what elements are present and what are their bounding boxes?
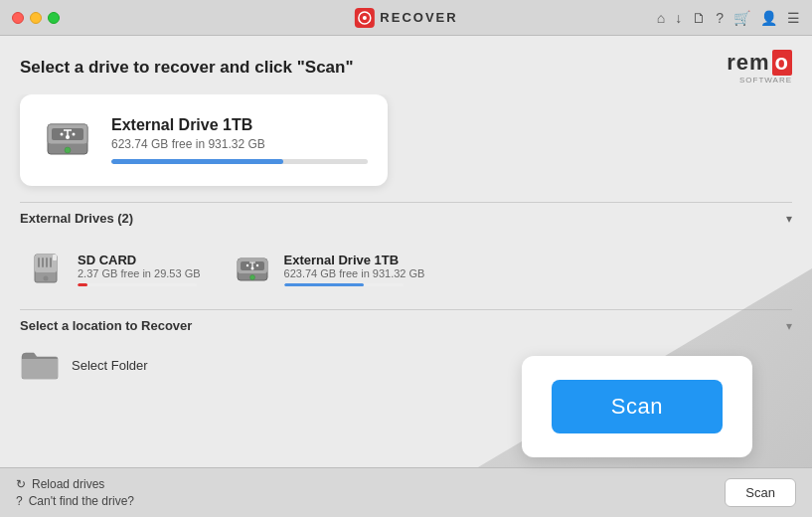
svg-point-1	[362, 16, 366, 20]
main-content: Select a drive to recover and click "Sca…	[0, 36, 812, 517]
download-icon[interactable]: ↓	[675, 10, 682, 26]
title-bar-controls: ⌂ ↓ 🗋 ? 🛒 👤 ☰	[657, 10, 800, 26]
page-title: Select a drive to recover and click "Sca…	[20, 58, 354, 78]
ext-drive-icon	[233, 250, 272, 289]
menu-icon[interactable]: ☰	[787, 10, 800, 26]
svg-rect-15	[53, 255, 57, 260]
scan-button-small[interactable]: Scan	[725, 478, 796, 507]
svg-point-22	[255, 264, 257, 266]
selected-drive-size: 623.74 GB free in 931.32 GB	[111, 137, 368, 151]
remo-logo-text: rem	[727, 50, 769, 76]
location-chevron: ▾	[786, 319, 792, 333]
user-icon[interactable]: 👤	[760, 10, 777, 26]
ext-drive-size: 623.74 GB free in 931.32 GB	[284, 267, 425, 279]
external-drives-title: External Drives (2)	[20, 211, 133, 226]
remo-logo-o: o	[772, 50, 792, 76]
svg-point-23	[249, 275, 254, 280]
folder-icon	[20, 349, 60, 381]
sd-card-name: SD CARD	[78, 253, 201, 267]
ext-drive-bar-fill	[284, 283, 364, 286]
minimize-button[interactable]	[30, 12, 42, 24]
footer: ↻ Reload drives ? Can't find the drive? …	[0, 467, 812, 517]
svg-point-6	[61, 133, 64, 136]
selected-drive-card[interactable]: External Drive 1TB 623.74 GB free in 931…	[20, 94, 388, 186]
app-logo-icon	[354, 8, 374, 28]
folder-name: Select Folder	[72, 358, 148, 373]
reload-drives-link[interactable]: ↻ Reload drives	[16, 477, 134, 491]
ext-drive-bar	[284, 283, 404, 286]
page-header: Select a drive to recover and click "Sca…	[0, 36, 812, 94]
svg-rect-12	[42, 258, 44, 267]
app-title: RECOVER	[380, 10, 457, 25]
cant-find-label: Can't find the drive?	[29, 494, 134, 508]
external-drives-section: External Drives (2) ▾	[20, 202, 792, 309]
selected-drive-progress-fill	[111, 159, 283, 164]
svg-point-7	[73, 133, 76, 136]
selected-drive-info: External Drive 1TB 623.74 GB free in 931…	[111, 116, 368, 164]
ext-drive-info: External Drive 1TB 623.74 GB free in 931…	[284, 253, 425, 286]
title-bar: RECOVER ⌂ ↓ 🗋 ? 🛒 👤 ☰	[0, 0, 812, 36]
home-icon[interactable]: ⌂	[657, 10, 665, 26]
traffic-lights	[12, 12, 60, 24]
drive-grid: SD CARD 2.37 GB free in 29.53 GB	[20, 234, 792, 309]
external-drives-header[interactable]: External Drives (2) ▾	[20, 202, 792, 234]
remo-software-label: SOFTWARE	[739, 76, 792, 85]
location-title: Select a location to Recover	[20, 318, 192, 333]
svg-rect-11	[38, 258, 40, 267]
selected-drive-icon	[40, 110, 95, 170]
sd-card-item[interactable]: SD CARD 2.37 GB free in 29.53 GB	[20, 244, 207, 295]
svg-point-5	[66, 135, 70, 139]
svg-rect-14	[50, 258, 52, 267]
help-icon[interactable]: ?	[716, 10, 724, 26]
close-button[interactable]	[12, 12, 24, 24]
title-bar-center: RECOVER	[354, 8, 457, 28]
sd-card-size: 2.37 GB free in 29.53 GB	[78, 267, 201, 279]
svg-point-16	[44, 276, 49, 281]
location-header[interactable]: Select a location to Recover ▾	[20, 309, 792, 341]
svg-point-21	[245, 264, 247, 266]
scan-button-large[interactable]: Scan	[552, 380, 723, 433]
scan-card: Scan	[522, 356, 752, 457]
svg-point-8	[65, 147, 71, 153]
selected-drive-progress	[111, 159, 368, 164]
file-icon[interactable]: 🗋	[692, 10, 706, 26]
cart-icon[interactable]: 🛒	[733, 10, 750, 26]
svg-rect-13	[46, 258, 48, 267]
sd-card-info: SD CARD 2.37 GB free in 29.53 GB	[78, 253, 201, 286]
remo-logo: rem o SOFTWARE	[727, 50, 792, 85]
reload-icon: ↻	[16, 477, 26, 491]
ext-drive-item[interactable]: External Drive 1TB 623.74 GB free in 931…	[227, 244, 431, 295]
question-icon: ?	[16, 494, 23, 508]
maximize-button[interactable]	[48, 12, 60, 24]
cant-find-link[interactable]: ? Can't find the drive?	[16, 494, 134, 508]
reload-drives-label: Reload drives	[32, 477, 104, 491]
external-drives-chevron: ▾	[786, 212, 792, 226]
svg-point-20	[250, 267, 253, 270]
selected-drive-name: External Drive 1TB	[111, 116, 368, 134]
sd-card-icon	[26, 250, 66, 289]
sd-card-bar-fill	[78, 283, 87, 286]
sd-card-bar	[78, 283, 197, 286]
footer-links: ↻ Reload drives ? Can't find the drive?	[16, 477, 134, 508]
ext-drive-name: External Drive 1TB	[284, 253, 425, 267]
